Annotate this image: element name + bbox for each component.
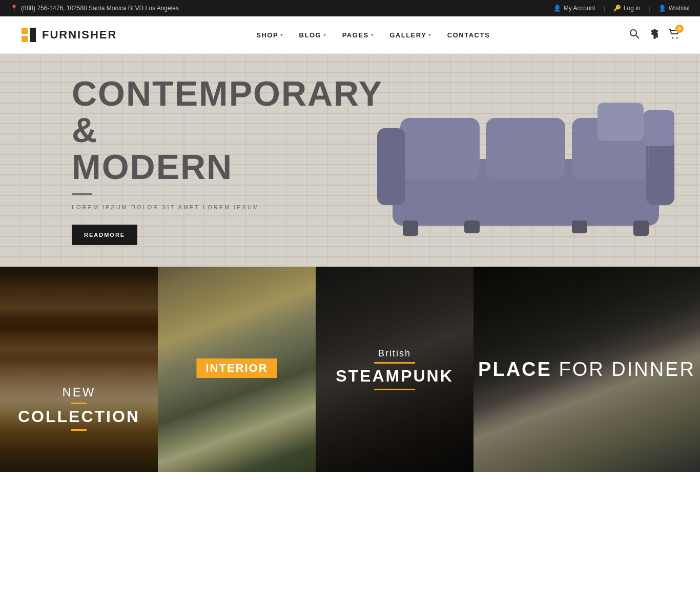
grid-new-collection[interactable]: NEW COLLECTION	[0, 267, 158, 472]
wishlist-link[interactable]: 👤 Wishlist	[658, 5, 690, 12]
svg-rect-17	[572, 221, 587, 233]
main-nav: SHOP ▾ BLOG ▾ PAGES ▾ GALLERY ▾ CONTACTS	[256, 31, 490, 39]
hero-section: CONTEMPORARY & MODERN LOREM IPSUM DOLOR …	[0, 54, 700, 267]
dinner-text: · PLACE FOR DINNER ·	[473, 358, 700, 380]
svg-point-3	[630, 30, 636, 36]
blog-arrow: ▾	[323, 32, 327, 37]
location-icon: 📍	[10, 5, 18, 12]
new-collection-overlay	[0, 267, 158, 472]
my-account-link[interactable]: 👤 My Account	[553, 5, 595, 12]
top-bar-address: 📍 (888) 756-1476, 102580 Santa Monica BL…	[10, 5, 179, 12]
svg-rect-9	[486, 118, 565, 179]
hero-content: CONTEMPORARY & MODERN LOREM IPSUM DOLOR …	[0, 75, 266, 245]
cart-count: 0	[675, 25, 684, 33]
collection-accent-bar	[71, 429, 87, 431]
nav-gallery[interactable]: GALLERY ▾	[389, 31, 432, 39]
account-icon: 👤	[553, 5, 561, 12]
shop-arrow: ▾	[280, 32, 284, 37]
login-link[interactable]: 🔑 Log in	[613, 5, 641, 12]
svg-rect-15	[633, 221, 649, 236]
grid-interior[interactable]: INTERIOR	[158, 267, 316, 472]
svg-rect-2	[30, 28, 36, 42]
collection-text: COLLECTION	[18, 407, 140, 426]
interior-label-container: INTERIOR	[196, 358, 277, 380]
divider-2: |	[649, 5, 650, 12]
hero-cta-button[interactable]: READMORE	[72, 225, 137, 245]
svg-line-4	[636, 35, 639, 38]
hero-divider	[72, 193, 92, 195]
product-grid: NEW COLLECTION INTERIOR British STEAMPUN…	[0, 267, 700, 472]
svg-point-6	[676, 37, 678, 38]
logo[interactable]: FURNISHER	[20, 27, 117, 43]
header-icons: 0	[629, 29, 680, 42]
search-icon[interactable]	[629, 29, 640, 42]
new-accent-bar	[71, 403, 87, 404]
steampunk-bar-top	[374, 362, 415, 364]
nav-pages[interactable]: PAGES ▾	[342, 31, 375, 39]
place-text: PLACE	[478, 358, 552, 380]
wishlist-icon: 👤	[658, 5, 666, 12]
grid-steampunk[interactable]: British STEAMPUNK	[316, 267, 473, 472]
svg-rect-0	[22, 28, 28, 34]
svg-rect-8	[400, 118, 480, 179]
svg-rect-12	[377, 128, 405, 205]
svg-rect-16	[464, 221, 480, 233]
new-collection-label: NEW COLLECTION	[18, 385, 140, 431]
gallery-arrow: ▾	[428, 32, 432, 37]
cart-icon[interactable]: 0	[668, 29, 680, 42]
site-header: FURNISHER SHOP ▾ BLOG ▾ PAGES ▾ GALLERY …	[0, 16, 700, 54]
dinner-label: · PLACE FOR DINNER ·	[473, 358, 700, 381]
svg-rect-14	[403, 221, 418, 236]
settings-icon[interactable]	[649, 29, 659, 42]
for-dinner-text: FOR DINNER	[552, 358, 700, 380]
pages-arrow: ▾	[371, 32, 375, 37]
interior-label: INTERIOR	[196, 358, 277, 378]
key-icon: 🔑	[613, 5, 621, 12]
steampunk-bar-bottom	[374, 389, 415, 390]
top-bar-links: 👤 My Account | 🔑 Log in | 👤 Wishlist	[553, 5, 690, 12]
nav-contacts[interactable]: CONTACTS	[447, 31, 490, 39]
hero-subtitle: LOREM IPSUM DOLOR SIT AMET LOREM IPSUM	[72, 204, 266, 210]
steampunk-title: STEAMPUNK	[336, 367, 454, 386]
divider-1: |	[604, 5, 605, 12]
british-text: British	[336, 348, 454, 359]
nav-shop[interactable]: SHOP ▾	[256, 31, 283, 39]
svg-point-5	[672, 37, 674, 38]
svg-rect-22	[644, 110, 674, 146]
address-text: (888) 756-1476, 102580 Santa Monica BLVD…	[21, 5, 179, 12]
hero-title: CONTEMPORARY & MODERN	[72, 75, 266, 185]
hero-sofa-image	[362, 77, 690, 262]
grid-dinner[interactable]: · PLACE FOR DINNER ·	[473, 267, 700, 472]
nav-blog[interactable]: BLOG ▾	[299, 31, 327, 39]
svg-rect-1	[22, 36, 28, 42]
new-text: NEW	[18, 385, 140, 399]
svg-rect-21	[598, 103, 644, 141]
steampunk-label: British STEAMPUNK	[336, 348, 454, 390]
top-bar: 📍 (888) 756-1476, 102580 Santa Monica BL…	[0, 0, 700, 16]
logo-text: FURNISHER	[42, 28, 117, 42]
logo-icon	[20, 27, 37, 43]
dinner-dot-left: ·	[473, 358, 478, 380]
